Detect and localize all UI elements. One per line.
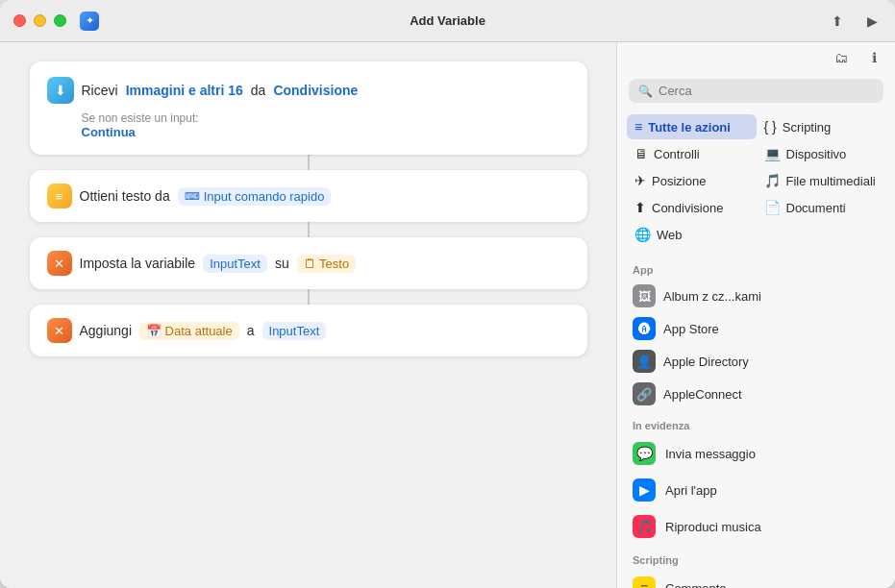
actions-pane: 🗂 ℹ 🔍 ≡ Tutte le azioni { } Scripting (616, 42, 895, 588)
receive-highlight2[interactable]: Condivisione (273, 83, 358, 98)
gettext-chip[interactable]: ⌨ Input comando rapido (178, 187, 332, 206)
appstore-icon: 🅐 (633, 317, 656, 340)
action-comment[interactable]: ≡ Commento (617, 570, 895, 588)
traffic-lights (13, 14, 66, 27)
device-icon: 💻 (764, 146, 781, 161)
cat-position-label: Posizione (652, 174, 706, 188)
search-icon: 🔍 (638, 85, 653, 98)
receive-label: Ricevi (82, 83, 118, 98)
cat-device[interactable]: 💻 Dispositivo (757, 141, 886, 166)
cat-media-label: File multimediali (786, 174, 876, 188)
cat-web-label: Web (657, 228, 683, 242)
setvariable-chip2[interactable]: 🗒 Testo (297, 255, 356, 273)
action-messages[interactable]: 💬 Invia messaggio (617, 435, 895, 472)
receive-subtext: Se non esiste un input: Continua (47, 111, 570, 139)
search-bar: 🔍 (617, 69, 895, 110)
scripting-icon: { } (764, 119, 777, 135)
action-playmusic[interactable]: 🎵 Riproduci musica (617, 508, 895, 545)
share-button[interactable]: ⬆ (828, 12, 847, 31)
app-icon: ✦ (80, 12, 99, 31)
cat-web[interactable]: 🌐 Web (627, 222, 757, 247)
media-icon: 🎵 (764, 173, 781, 188)
cat-all-label: Tutte le azioni (648, 120, 731, 135)
share-icon: ⬆ (634, 200, 646, 215)
directory-icon: 👤 (633, 350, 656, 373)
section-scripting-label: Scripting (617, 545, 895, 570)
directory-label: Apple Directory (663, 355, 749, 369)
titlebar-actions: ⬆ ▶ (828, 12, 882, 31)
cat-scripting-label: Scripting (783, 120, 832, 135)
position-icon: ✈ (634, 173, 646, 188)
sidebar-info-button[interactable]: ℹ (864, 48, 883, 67)
action-openapp[interactable]: ▶ Apri l'app (617, 472, 895, 508)
setvariable-card: ✕ Imposta la variabile InputText su 🗒 Te… (30, 237, 587, 289)
gettext-row: ≡ Ottieni testo da ⌨ Input comando rapid… (47, 184, 570, 208)
close-button[interactable] (13, 14, 26, 27)
maximize-button[interactable] (54, 14, 66, 27)
setvariable-label: Imposta la variabile (80, 256, 196, 271)
add-chip2[interactable]: InputText (262, 322, 327, 340)
sidebar-save-button[interactable]: 🗂 (832, 48, 851, 67)
receive-row: ⬇ Ricevi Immagini e altri 16 da Condivis… (47, 77, 570, 104)
connector-2 (308, 222, 310, 237)
cat-device-label: Dispositivo (786, 147, 847, 161)
connector-3 (308, 289, 310, 305)
titlebar: ✦ Add Variable ⬆ ▶ (0, 0, 895, 42)
app-album[interactable]: 🖼 Album z cz...kami (617, 280, 895, 312)
comment-label: Commento (665, 581, 727, 589)
connector-1 (308, 155, 310, 170)
setvariable-row: ✕ Imposta la variabile InputText su 🗒 Te… (47, 251, 570, 276)
content-area: ⬇ Ricevi Immagini e altri 16 da Condivis… (0, 42, 895, 588)
cat-controls-label: Controlli (654, 147, 700, 161)
section-highlights-label: In evidenza (617, 410, 895, 435)
setvariable-chip1[interactable]: InputText (203, 255, 267, 273)
cat-documents[interactable]: 📄 Documenti (757, 195, 886, 220)
cat-all[interactable]: ≡ Tutte le azioni (627, 114, 757, 139)
appstore-label: App Store (663, 322, 719, 336)
minimize-button[interactable] (34, 14, 46, 27)
cat-share[interactable]: ⬆ Condivisione (627, 195, 757, 220)
app-appleconnect[interactable]: 🔗 AppleConnect (617, 378, 895, 410)
sidebar-toolbar: 🗂 ℹ (617, 42, 895, 69)
cat-controls[interactable]: 🖥 Controlli (627, 141, 757, 166)
appleconnect-icon: 🔗 (633, 382, 656, 405)
album-label: Album z cz...kami (663, 289, 761, 304)
add-connector: a (247, 323, 255, 338)
receive-card: ⬇ Ricevi Immagini e altri 16 da Condivis… (30, 61, 587, 155)
album-icon: 🖼 (633, 284, 656, 307)
cat-documents-label: Documenti (786, 201, 846, 215)
setvariable-connector: su (275, 256, 289, 271)
messages-icon: 💬 (633, 442, 656, 465)
gettext-label: Ottieni testo da (80, 188, 170, 204)
add-chip1[interactable]: 📅 Data attuale (139, 322, 239, 340)
receive-connector: da (251, 83, 266, 98)
cat-scripting[interactable]: { } Scripting (757, 114, 886, 139)
cat-position[interactable]: ✈ Posizione (627, 168, 757, 193)
receive-sublink[interactable]: Continua (82, 125, 136, 139)
appleconnect-label: AppleConnect (663, 387, 742, 402)
play-button[interactable]: ▶ (862, 12, 882, 31)
window-title: Add Variable (410, 13, 485, 28)
playmusic-icon: 🎵 (633, 515, 656, 538)
cat-media[interactable]: 🎵 File multimediali (757, 168, 886, 193)
search-input[interactable] (659, 84, 874, 98)
receive-highlight1[interactable]: Immagini e altri 16 (126, 83, 243, 98)
messages-label: Invia messaggio (665, 447, 756, 461)
documents-icon: 📄 (764, 200, 781, 215)
app-appstore[interactable]: 🅐 App Store (617, 312, 895, 345)
app-directory[interactable]: 👤 Apple Directory (617, 345, 895, 378)
comment-icon: ≡ (633, 576, 656, 588)
setvariable-icon: ✕ (47, 251, 72, 276)
web-icon: 🌐 (634, 227, 651, 242)
add-card: ✕ Aggiungi 📅 Data attuale a InputText (30, 305, 587, 356)
actions-scroll[interactable]: App 🖼 Album z cz...kami 🅐 App Store 👤 Ap… (617, 255, 895, 588)
add-row: ✕ Aggiungi 📅 Data attuale a InputText (47, 318, 570, 343)
cat-share-label: Condivisione (652, 201, 723, 215)
gettext-card: ≡ Ottieni testo da ⌨ Input comando rapid… (30, 170, 587, 222)
add-label: Aggiungi (80, 323, 133, 338)
categories-grid: ≡ Tutte le azioni { } Scripting 🖥 Contro… (617, 110, 895, 255)
openapp-icon: ▶ (633, 478, 656, 502)
gettext-icon: ≡ (47, 184, 72, 208)
receive-icon: ⬇ (47, 77, 74, 104)
all-icon: ≡ (634, 119, 642, 135)
